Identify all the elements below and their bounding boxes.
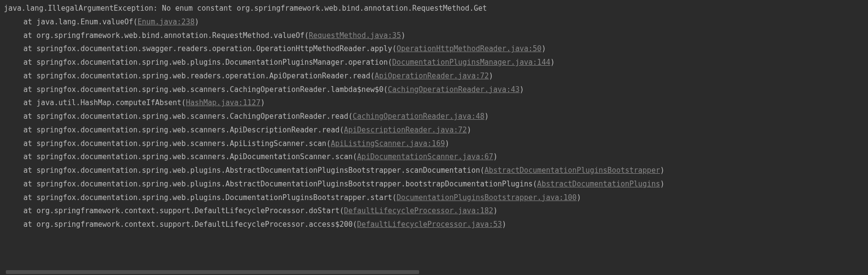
source-link[interactable]: ApiDocumentationScanner.java:67 xyxy=(357,152,493,161)
stack-frame: at springfox.documentation.swagger.reade… xyxy=(4,42,868,56)
stack-frame: at springfox.documentation.spring.web.re… xyxy=(4,70,868,83)
at-keyword: at xyxy=(23,98,36,107)
method-path: springfox.documentation.swagger.readers.… xyxy=(36,44,392,53)
close-paren: ) xyxy=(502,220,506,229)
open-paren: ( xyxy=(326,139,331,148)
source-link[interactable]: ApiOperationReader.java:72 xyxy=(374,72,489,80)
method-path: springfox.documentation.spring.web.scann… xyxy=(36,139,326,148)
source-link[interactable]: ApiDescriptionReader.java:72 xyxy=(344,126,467,134)
stack-frames: at java.lang.Enum.valueOf(Enum.java:238)… xyxy=(4,16,868,232)
source-link[interactable]: OperationHttpMethodReader.java:50 xyxy=(397,44,542,53)
stack-frame: at springfox.documentation.spring.web.sc… xyxy=(4,137,868,151)
open-paren: ( xyxy=(181,98,186,107)
source-link[interactable]: HashMap.java:1127 xyxy=(186,98,261,107)
stack-frame: at springfox.documentation.spring.web.sc… xyxy=(4,83,868,97)
stack-frame: at org.springframework.context.support.D… xyxy=(4,218,868,232)
open-paren: ( xyxy=(348,112,353,121)
at-keyword: at xyxy=(23,152,36,161)
at-keyword: at xyxy=(23,220,36,229)
method-path: org.springframework.context.support.Defa… xyxy=(36,220,353,229)
at-keyword: at xyxy=(23,166,36,175)
method-path: springfox.documentation.spring.web.scann… xyxy=(36,152,353,161)
at-keyword: at xyxy=(23,44,36,53)
exception-message: java.lang.IllegalArgumentException: No e… xyxy=(4,2,868,16)
stack-frame: at java.lang.Enum.valueOf(Enum.java:238) xyxy=(4,16,868,29)
open-paren: ( xyxy=(392,193,397,202)
close-paren: ) xyxy=(401,31,406,40)
close-paren: ) xyxy=(261,98,265,107)
stack-frame: at springfox.documentation.spring.web.pl… xyxy=(4,178,868,191)
close-paren: ) xyxy=(493,206,497,215)
method-path: springfox.documentation.spring.web.plugi… xyxy=(36,166,480,175)
close-paren: ) xyxy=(195,18,199,26)
close-paren: ) xyxy=(489,72,493,80)
close-paren: ) xyxy=(660,180,664,188)
at-keyword: at xyxy=(23,180,36,188)
stack-frame: at springfox.documentation.spring.web.sc… xyxy=(4,150,868,164)
open-paren: ( xyxy=(533,180,537,188)
method-path: springfox.documentation.spring.web.plugi… xyxy=(36,180,532,188)
close-paren: ) xyxy=(550,58,555,67)
stack-frame: at springfox.documentation.spring.web.pl… xyxy=(4,191,868,205)
partial-stack-line xyxy=(4,232,868,237)
open-paren: ( xyxy=(304,31,309,40)
method-path: java.util.HashMap.computeIfAbsent xyxy=(36,98,181,107)
source-link[interactable]: CachingOperationReader.java:43 xyxy=(388,85,520,94)
open-paren: ( xyxy=(384,85,388,94)
stack-frame: at java.util.HashMap.computeIfAbsent(Has… xyxy=(4,96,868,110)
at-keyword: at xyxy=(23,58,36,67)
source-link[interactable]: DocumentationPluginsManager.java:144 xyxy=(392,58,550,67)
source-link[interactable]: AbstractDocumentationPluginsBootstrapper xyxy=(484,166,660,175)
open-paren: ( xyxy=(388,58,392,67)
at-keyword: at xyxy=(23,139,36,148)
method-path: springfox.documentation.spring.web.reade… xyxy=(36,72,370,80)
open-paren: ( xyxy=(353,152,357,161)
source-link[interactable]: CachingOperationReader.java:48 xyxy=(353,112,484,121)
close-paren: ) xyxy=(660,166,664,175)
open-paren: ( xyxy=(339,126,344,134)
at-keyword: at xyxy=(23,18,36,26)
at-keyword: at xyxy=(23,112,36,121)
stack-frame: at springfox.documentation.spring.web.sc… xyxy=(4,124,868,137)
at-keyword: at xyxy=(23,193,36,202)
method-path: springfox.documentation.spring.web.plugi… xyxy=(36,58,388,67)
source-link[interactable]: DefaultLifecycleProcessor.java:182 xyxy=(344,206,493,215)
source-link[interactable]: RequestMethod.java:35 xyxy=(309,31,401,40)
at-keyword: at xyxy=(23,72,36,80)
stack-frame: at springfox.documentation.spring.web.sc… xyxy=(4,110,868,124)
source-link[interactable]: AbstractDocumentationPlugins xyxy=(537,180,660,188)
at-keyword: at xyxy=(23,85,36,94)
source-link[interactable]: DocumentationPluginsBootstrapper.java:10… xyxy=(397,193,577,202)
method-path: org.springframework.context.support.Defa… xyxy=(36,206,339,215)
at-keyword: at xyxy=(23,206,36,215)
close-paren: ) xyxy=(467,126,471,134)
close-paren: ) xyxy=(577,193,581,202)
source-link[interactable]: Enum.java:238 xyxy=(138,18,195,26)
stack-frame: at springfox.documentation.spring.web.pl… xyxy=(4,164,868,178)
close-paren: ) xyxy=(542,44,546,53)
open-paren: ( xyxy=(480,166,484,175)
at-keyword: at xyxy=(23,126,36,134)
close-paren: ) xyxy=(493,152,497,161)
method-path: java.lang.Enum.valueOf xyxy=(36,18,133,26)
source-link[interactable]: DefaultLifecycleProcessor.java:53 xyxy=(357,220,502,229)
open-paren: ( xyxy=(392,44,397,53)
stacktrace-console: java.lang.IllegalArgumentException: No e… xyxy=(4,2,868,237)
close-paren: ) xyxy=(520,85,524,94)
stack-frame: at org.springframework.context.support.D… xyxy=(4,204,868,218)
method-path: org.springframework.web.bind.annotation.… xyxy=(36,31,304,40)
close-paren: ) xyxy=(445,139,449,148)
source-link[interactable]: ApiListingScanner.java:169 xyxy=(331,139,445,148)
method-path: springfox.documentation.spring.web.scann… xyxy=(36,85,383,94)
open-paren: ( xyxy=(353,220,357,229)
stack-frame: at springfox.documentation.spring.web.pl… xyxy=(4,56,868,70)
method-path: springfox.documentation.spring.web.scann… xyxy=(36,112,348,121)
close-paren: ) xyxy=(484,112,489,121)
method-path: springfox.documentation.spring.web.plugi… xyxy=(36,193,392,202)
method-path: springfox.documentation.spring.web.scann… xyxy=(36,126,339,134)
at-keyword: at xyxy=(23,31,36,40)
open-paren: ( xyxy=(133,18,138,26)
open-paren: ( xyxy=(339,206,344,215)
stack-frame: at org.springframework.web.bind.annotati… xyxy=(4,29,868,43)
